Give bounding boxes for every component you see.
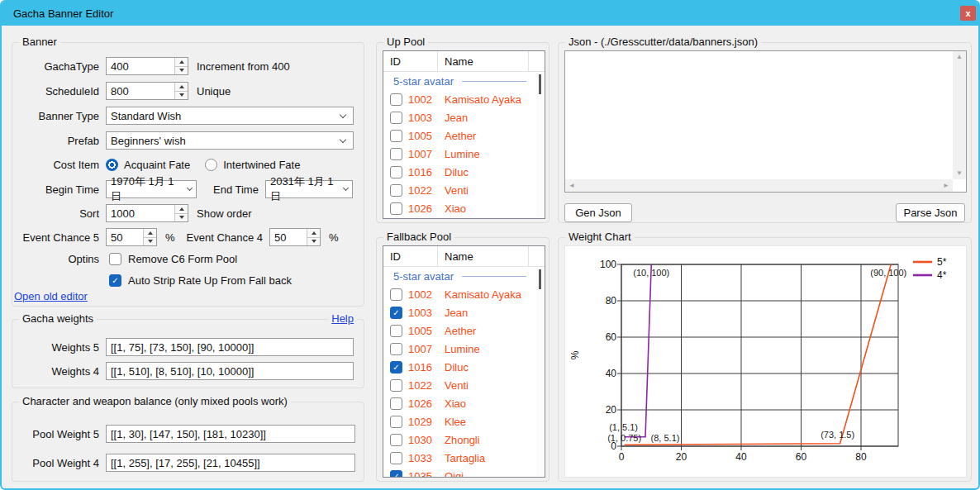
scheduleid-row: ScheduleId 800 Unique [16, 82, 360, 100]
spin-down-button[interactable] [175, 213, 188, 222]
json-horizontal-scrollbar[interactable]: ◄ ► [565, 179, 953, 192]
scrollbar-thumb[interactable] [539, 74, 541, 94]
scheduleid-hint: Unique [197, 85, 231, 98]
pool-row[interactable]: 1022Venti [383, 376, 545, 394]
pool-row[interactable]: ✓1035Qiqi [383, 467, 545, 478]
pool-row[interactable]: 1005Aether [383, 321, 545, 340]
row-checkbox[interactable] [390, 434, 402, 446]
y-tick-label: 80 [606, 295, 617, 307]
column-header-id[interactable]: ID [383, 246, 437, 266]
json-vertical-scrollbar[interactable]: ▲ ▼ [953, 51, 966, 179]
row-checkbox[interactable] [390, 288, 402, 301]
spin-down-button[interactable] [307, 237, 320, 246]
pool-weight-4-input[interactable]: [[1, 255], [17, 255], [21, 10455]] [106, 454, 355, 472]
spin-down-button[interactable] [175, 66, 188, 75]
row-checkbox[interactable]: ✓ [390, 470, 402, 478]
row-checkbox[interactable] [390, 343, 402, 355]
gachatype-row: GachaType 400 Increment from 400 [16, 57, 360, 75]
row-checkbox[interactable] [390, 452, 402, 464]
column-header-id[interactable]: ID [383, 51, 437, 71]
prefab-select[interactable]: Beginners' wish [106, 131, 354, 150]
weights-5-input[interactable]: [[1, 75], [73, 150], [90, 10000]] [106, 338, 354, 356]
optins-row-2: ✓ Auto Strip Rate Up From Fall back [16, 273, 360, 288]
window-title: Gacha Banner Editor [13, 7, 113, 20]
scroll-left-icon[interactable]: ◄ [568, 183, 575, 189]
row-checkbox[interactable]: ✓ [390, 361, 402, 373]
intertwined-fate-radio[interactable] [205, 159, 217, 171]
row-checkbox[interactable] [390, 93, 402, 106]
pool-scrollbar[interactable] [536, 268, 544, 476]
pool-row[interactable]: 1026Xiao [383, 199, 545, 217]
chart-annotation: (90, 100) [870, 268, 906, 278]
acquaint-fate-radio[interactable] [106, 159, 118, 171]
parse-json-button[interactable]: Parse Json [896, 203, 965, 222]
begin-time-picker[interactable]: 1970年 1月 1日 [106, 180, 197, 198]
scrollbar-thumb[interactable] [539, 269, 541, 289]
row-checkbox[interactable] [390, 379, 402, 392]
spin-up-button[interactable] [175, 83, 188, 91]
gen-json-button[interactable]: Gen Json [564, 203, 632, 222]
row-checkbox[interactable] [390, 416, 402, 428]
gachatype-input[interactable]: 400 [106, 57, 188, 75]
spin-up-button[interactable] [175, 58, 188, 66]
spin-up-button[interactable] [175, 205, 188, 213]
pool-category: 5-star avatar [383, 72, 545, 90]
event-chance-row: Event Chance 5 50 % Event Chance 4 50 [16, 228, 360, 246]
chart-annotation: (73, 1.5) [821, 430, 854, 440]
spin-down-button[interactable] [144, 237, 156, 246]
banner-type-select[interactable]: Standard Wish [106, 107, 354, 125]
row-checkbox[interactable] [390, 112, 402, 124]
pool-row[interactable]: 1002Kamisato Ayaka [383, 285, 545, 303]
row-checkbox[interactable]: ✓ [390, 307, 402, 319]
event-chance-5-input[interactable]: 50 [106, 228, 157, 246]
cost-item-row: Cost Item Acquaint Fate Intertwined Fate [16, 157, 360, 172]
row-checkbox[interactable] [390, 184, 402, 197]
pool-row[interactable]: 1003Jean [383, 108, 545, 126]
row-checkbox[interactable] [390, 202, 402, 215]
end-time-picker[interactable]: 2031年 1月 1日 [265, 180, 353, 198]
pool-row[interactable]: 1007Lumine [383, 145, 545, 163]
prefab-row: Prefab Beginners' wish [16, 131, 360, 150]
event-chance-4-input[interactable]: 50 [269, 228, 321, 246]
pool-row[interactable]: 1030Zhongli [383, 431, 545, 449]
scroll-up-icon[interactable]: ▲ [956, 54, 963, 60]
close-button[interactable]: x [960, 6, 976, 21]
row-checkbox[interactable] [390, 148, 402, 160]
spin-up-button[interactable] [307, 229, 320, 237]
scroll-down-icon[interactable]: ▼ [956, 170, 963, 177]
remove-c6-checkbox[interactable] [109, 253, 121, 265]
json-textarea[interactable] [566, 52, 953, 179]
pool-category: 5-star avatar [383, 267, 545, 285]
pool-row[interactable]: 1005Aether [383, 126, 545, 145]
spin-up-button[interactable] [144, 229, 156, 237]
column-header-name[interactable]: Name [437, 246, 529, 266]
pool-row[interactable]: 1026Xiao [383, 394, 545, 412]
pool-row[interactable]: 1007Lumine [383, 340, 545, 358]
column-header-name[interactable]: Name [437, 51, 529, 71]
spin-up-icon [179, 85, 184, 88]
pool-weight-5-input[interactable]: [[1, 30], [147, 150], [181, 10230]] [106, 425, 355, 443]
scheduleid-input[interactable]: 800 [106, 82, 188, 100]
row-id: 1030 [408, 434, 438, 446]
pool-row[interactable]: 1022Venti [383, 181, 545, 199]
row-checkbox[interactable] [390, 397, 402, 410]
auto-strip-checkbox[interactable]: ✓ [109, 274, 121, 287]
open-old-editor-link[interactable]: Open old editor [14, 290, 91, 302]
pool-row[interactable]: 1002Kamisato Ayaka [383, 90, 545, 108]
row-checkbox[interactable] [390, 325, 402, 337]
pool-row[interactable]: 1029Klee [383, 412, 545, 431]
pool-row[interactable]: ✓1003Jean [383, 303, 545, 321]
remove-c6-label: Remove C6 Form Pool [128, 253, 237, 265]
weights-4-input[interactable]: [[1, 510], [8, 510], [10, 10000]] [106, 362, 354, 380]
row-checkbox[interactable] [390, 166, 402, 178]
title-bar[interactable]: Gacha Banner Editor x [2, 2, 978, 26]
pool-row[interactable]: 1033Tartaglia [383, 449, 545, 467]
help-link[interactable]: Help [328, 312, 357, 325]
pool-row[interactable]: ✓1016Diluc [383, 358, 545, 376]
pool-row[interactable]: 1016Diluc [383, 163, 545, 181]
row-checkbox[interactable] [390, 130, 402, 142]
spin-down-button[interactable] [175, 91, 188, 100]
scroll-right-icon[interactable]: ► [943, 183, 949, 189]
pool-scrollbar[interactable] [536, 73, 544, 217]
sort-input[interactable]: 1000 [106, 204, 188, 222]
